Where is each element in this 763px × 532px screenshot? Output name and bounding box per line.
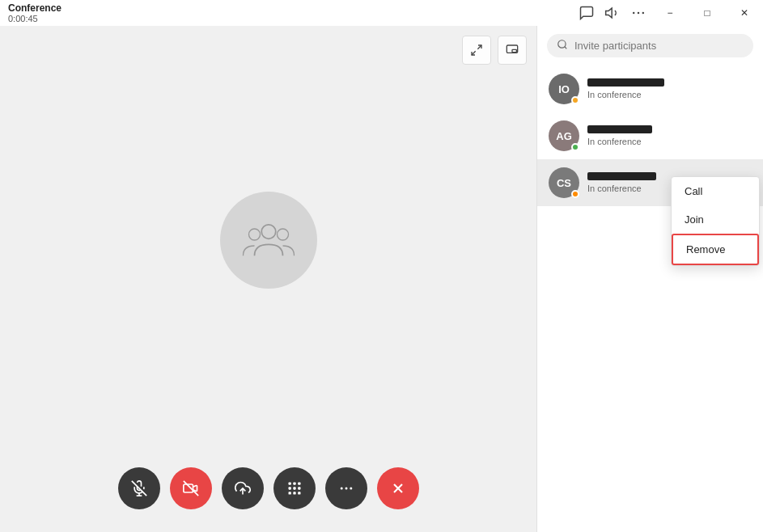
svg-point-3: [642, 12, 645, 15]
svg-point-9: [248, 229, 260, 240]
mute-button[interactable]: [118, 467, 160, 509]
participants-panel: IO In conference AG In conference: [536, 26, 763, 532]
participant-item[interactable]: AG In conference: [537, 112, 763, 159]
svg-rect-23: [288, 492, 290, 494]
expand-button[interactable]: [462, 36, 491, 65]
context-menu-remove[interactable]: Remove: [672, 234, 759, 265]
participant-name: [587, 78, 664, 87]
svg-point-31: [558, 40, 566, 48]
svg-rect-7: [512, 49, 516, 52]
participant-item[interactable]: IO In conference: [537, 65, 763, 112]
maximize-button[interactable]: □: [689, 0, 726, 26]
participant-status: In conference: [587, 137, 652, 146]
svg-rect-20: [288, 487, 290, 489]
svg-line-32: [565, 47, 567, 49]
avatar: IO: [549, 74, 579, 104]
search-icon: [557, 39, 568, 53]
participant-name: [587, 125, 652, 133]
title-bar-left: Conference 0:00:45: [8, 2, 61, 23]
svg-rect-17: [288, 483, 290, 485]
more-button[interactable]: [325, 467, 367, 509]
status-dot: [571, 190, 579, 198]
avatar: CS: [549, 167, 579, 198]
participant-name: [587, 172, 656, 180]
svg-line-4: [477, 45, 481, 49]
grid-button[interactable]: [273, 467, 316, 509]
svg-point-1: [633, 12, 635, 15]
stop-video-button[interactable]: [170, 467, 212, 509]
end-call-button[interactable]: [377, 467, 419, 509]
main-layout: IO In conference AG In conference: [0, 26, 763, 532]
svg-line-5: [472, 51, 476, 55]
participant-info: In conference: [587, 125, 652, 146]
participant-info: In conference: [587, 78, 664, 99]
svg-point-2: [638, 12, 640, 15]
group-avatar: [220, 192, 317, 289]
context-menu-call[interactable]: Call: [672, 177, 759, 205]
status-dot: [571, 143, 579, 151]
participant-status: In conference: [587, 184, 656, 193]
svg-point-8: [261, 225, 276, 239]
svg-point-28: [350, 488, 352, 490]
participants-list: IO In conference AG In conference: [537, 65, 763, 532]
minimize-button[interactable]: −: [651, 0, 689, 26]
svg-marker-0: [606, 8, 613, 18]
participant-info: In conference: [587, 172, 656, 193]
chat-button[interactable]: [574, 0, 600, 26]
video-controls: [0, 454, 536, 532]
svg-rect-25: [298, 492, 300, 494]
video-area: [0, 26, 536, 532]
video-center: [0, 26, 536, 454]
audio-button[interactable]: [600, 0, 625, 26]
window-controls: − □ ✕: [574, 0, 763, 26]
video-toolbar: [462, 36, 527, 65]
invite-search-input[interactable]: [574, 40, 744, 52]
avatar: AG: [549, 120, 579, 151]
status-dot: [571, 96, 579, 104]
call-timer: 0:00:45: [8, 14, 61, 23]
context-menu-join[interactable]: Join: [672, 205, 759, 234]
svg-line-14: [183, 481, 197, 496]
svg-rect-21: [293, 487, 295, 489]
app-title: Conference: [8, 2, 61, 14]
pip-button[interactable]: [498, 36, 527, 65]
more-options-button[interactable]: [625, 0, 651, 26]
svg-rect-24: [293, 492, 295, 494]
title-bar: Conference 0:00:45 − □ ✕: [0, 0, 763, 26]
participant-status: In conference: [587, 90, 664, 99]
close-button[interactable]: ✕: [726, 0, 763, 26]
context-menu: Call Join Remove: [671, 176, 760, 266]
share-button[interactable]: [222, 467, 264, 509]
svg-rect-22: [298, 487, 300, 489]
svg-point-27: [345, 488, 347, 490]
svg-rect-18: [293, 483, 295, 485]
svg-point-10: [277, 229, 288, 240]
participants-header: [537, 26, 763, 65]
svg-rect-19: [298, 483, 300, 485]
svg-point-26: [340, 488, 342, 490]
search-box[interactable]: [547, 34, 753, 57]
